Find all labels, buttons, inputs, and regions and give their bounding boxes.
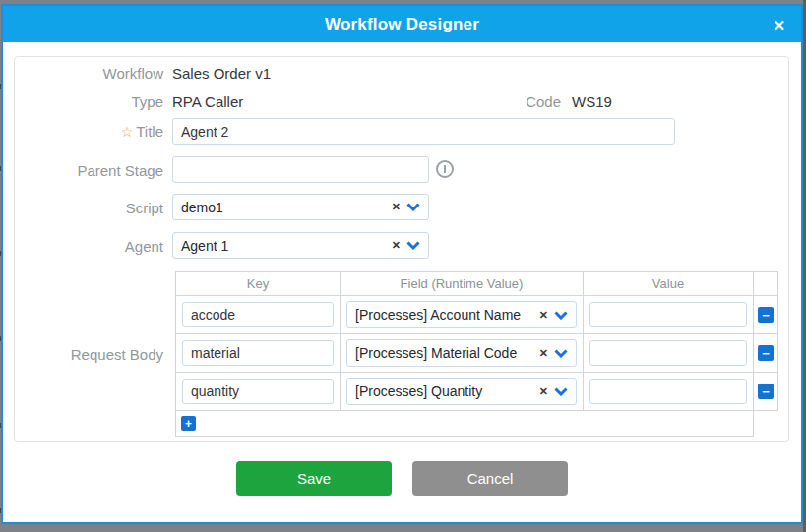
- info-icon[interactable]: [436, 160, 454, 178]
- required-star-icon: ☆: [121, 124, 134, 140]
- agent-selected-value: Agent 1: [181, 238, 386, 254]
- workflow-label: Workflow: [18, 65, 163, 82]
- chevron-down-icon: [554, 387, 568, 396]
- column-header-field: Field (Runtime Value): [341, 272, 584, 296]
- type-label: Type: [18, 93, 163, 110]
- script-selected-value: demo1: [181, 200, 386, 215]
- minus-icon: −: [762, 385, 770, 398]
- title-label-box: ☆ Title: [18, 123, 163, 140]
- table-row-action-cell: −: [754, 296, 778, 334]
- request-body-label: Request Body: [18, 346, 163, 363]
- minus-icon: −: [762, 347, 770, 360]
- table-add-row: +: [176, 411, 754, 437]
- parent-stage-label: Parent Stage: [18, 162, 163, 179]
- column-header-key: Key: [176, 272, 341, 296]
- field-select[interactable]: [Processes] Account Name ✕: [346, 301, 577, 328]
- clear-icon[interactable]: ✕: [392, 202, 401, 212]
- field-selected-value: [Processes] Quantity: [355, 384, 533, 399]
- column-header-value: Value: [584, 272, 754, 296]
- chevron-down-icon: [406, 241, 420, 250]
- chevron-down-icon: [554, 349, 568, 358]
- table-row-key-cell: [176, 373, 341, 411]
- script-label: Script: [18, 200, 163, 216]
- agent-select[interactable]: Agent 1 ✕: [172, 232, 429, 259]
- table-row-value-cell: [584, 334, 754, 373]
- chevron-down-icon: [554, 311, 568, 320]
- table-row-value-cell: [584, 296, 754, 334]
- key-input[interactable]: [182, 379, 334, 404]
- workflow-designer-dialog: Workflow Designer ✕ Workflow Sales Order…: [1, 4, 803, 524]
- value-input[interactable]: [589, 340, 747, 366]
- clear-icon[interactable]: ✕: [539, 310, 548, 321]
- cancel-button[interactable]: Cancel: [412, 461, 568, 496]
- key-input[interactable]: [182, 340, 334, 366]
- agent-label: Agent: [18, 238, 163, 255]
- request-body-table: Key Field (Runtime Value) Value [Process…: [175, 271, 778, 437]
- clear-icon[interactable]: ✕: [539, 348, 548, 359]
- table-row-key-cell: [176, 334, 341, 373]
- close-icon: ✕: [773, 16, 785, 32]
- table-row-field-cell: [Processes] Material Code ✕: [341, 334, 584, 373]
- parent-stage-input[interactable]: [172, 156, 429, 183]
- close-button[interactable]: ✕: [773, 17, 785, 31]
- key-input[interactable]: [182, 302, 334, 327]
- type-value: RPA Caller: [172, 93, 243, 110]
- title-label: Title: [136, 123, 163, 140]
- remove-row-button[interactable]: −: [758, 307, 774, 323]
- remove-row-button[interactable]: −: [758, 345, 774, 361]
- minus-icon: −: [762, 309, 770, 322]
- code-label: Code: [465, 93, 561, 110]
- dialog-header: Workflow Designer ✕: [3, 6, 801, 42]
- add-row-button[interactable]: +: [181, 416, 196, 431]
- field-select[interactable]: [Processes] Quantity ✕: [346, 378, 577, 405]
- field-select[interactable]: [Processes] Material Code ✕: [346, 339, 577, 367]
- value-input[interactable]: [589, 302, 747, 327]
- table-row-value-cell: [584, 373, 754, 411]
- table-row-action-cell: −: [754, 373, 778, 411]
- code-value: WS19: [572, 93, 612, 110]
- clear-icon[interactable]: ✕: [539, 386, 548, 397]
- remove-row-button[interactable]: −: [758, 384, 774, 399]
- field-selected-value: [Processes] Material Code: [355, 345, 533, 361]
- dialog-title: Workflow Designer: [325, 15, 479, 34]
- save-button[interactable]: Save: [236, 461, 392, 496]
- chevron-down-icon: [406, 203, 420, 211]
- table-row-action-cell: −: [754, 334, 778, 373]
- workflow-value: Sales Order v1: [172, 65, 271, 82]
- screen: { "dialog": { "title": "Workflow Designe…: [0, 0, 806, 532]
- plus-icon: +: [185, 418, 192, 430]
- clear-icon[interactable]: ✕: [392, 240, 401, 251]
- field-selected-value: [Processes] Account Name: [355, 307, 533, 323]
- column-header-actions: [754, 272, 778, 296]
- table-row-key-cell: [176, 296, 341, 334]
- title-input[interactable]: [172, 118, 675, 145]
- script-select[interactable]: demo1 ✕: [172, 194, 429, 220]
- table-row-field-cell: [Processes] Account Name ✕: [341, 296, 584, 334]
- table-row-field-cell: [Processes] Quantity ✕: [341, 373, 584, 411]
- value-input[interactable]: [589, 379, 747, 404]
